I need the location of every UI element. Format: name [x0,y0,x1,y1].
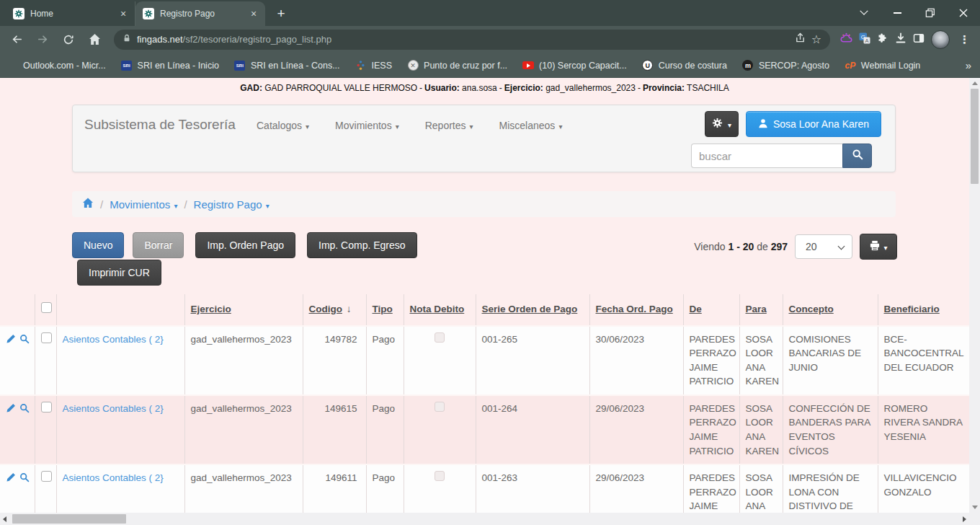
select-all-checkbox[interactable] [41,302,52,313]
edit-icon[interactable] [6,334,16,348]
vertical-scrollbar[interactable] [969,78,980,513]
profile-avatar[interactable] [931,30,950,49]
menu-reportes[interactable]: Reportes [425,120,473,131]
tab-close-icon[interactable]: × [117,8,129,19]
cell-de: PAREDES PERRAZO JAIME PATRICIO [683,395,739,464]
borrar-button[interactable]: Borrar [133,232,184,258]
edit-icon[interactable] [6,472,16,487]
cell-fecha: 29/06/2023 [589,395,683,464]
header-concepto[interactable]: Concepto [783,294,878,326]
row-checkbox[interactable] [41,471,52,482]
close-button[interactable] [947,0,980,26]
breadcrumb-registro-pago[interactable]: Registro Pago [194,198,270,211]
home-icon[interactable] [82,198,94,211]
chevron-down-icon [883,240,887,253]
horizontal-scrollbar[interactable] [0,513,969,525]
browser-menu-icon[interactable]: ⋮ [956,33,973,46]
asientos-contables-link[interactable]: Asientos Contables ( 2} [63,334,164,345]
restore-button[interactable] [914,0,947,26]
header-beneficiario[interactable]: Beneficiario [878,294,969,326]
menu-movimientos[interactable]: Movimientos [335,120,399,131]
cell-tipo: Pago [366,326,404,395]
header-nota-debito[interactable]: Nota Debito [404,294,476,326]
bookmark-outlook[interactable]: Outlook.com - Micr... [9,61,106,71]
forward-icon[interactable] [33,30,52,49]
bookmark-sercop-video[interactable]: (10) Sercop Capacit... [522,60,627,71]
new-tab-button[interactable]: + [272,6,290,22]
tab-title: Home [30,9,112,19]
page-size-select[interactable]: 20 [795,234,852,259]
scroll-down-icon[interactable] [972,506,978,509]
horizontal-scroll-thumb[interactable] [12,514,126,524]
translate-icon[interactable]: GA [859,32,870,47]
chevron-down-icon [174,198,177,211]
header-de[interactable]: De [683,294,739,326]
search-input[interactable] [691,144,842,168]
paging-summary: Viendo 1 - 20 de 297 [694,241,788,252]
bookmark-iess[interactable]: IESS [355,60,393,71]
bookmark-curso-costura[interactable]: UCurso de costura [642,60,727,71]
extension-cloud-icon[interactable] [840,32,852,46]
downloads-icon[interactable] [895,32,906,47]
edit-icon[interactable] [6,403,16,418]
bookmarks-overflow-icon[interactable]: » [966,59,971,71]
cell-para: SOSA LOOR ANA KAREN [739,326,783,395]
scroll-left-icon[interactable] [3,516,6,522]
tab-search-icon[interactable] [847,0,881,26]
imprimir-cur-button[interactable]: Imprimir CUR [77,260,161,286]
bookmark-webmail[interactable]: cPWebmail Login [845,60,920,71]
row-checkbox[interactable] [41,402,52,412]
share-icon[interactable] [795,32,806,46]
address-bar[interactable]: fingads.net/sf2/tesoreria/registro_pago_… [114,30,830,50]
view-icon[interactable] [19,472,30,487]
breadcrumb-movimientos[interactable]: Movimientos [110,198,177,211]
bookmark-sri-inicio[interactable]: SRISRI en Línea - Inicio [121,60,219,71]
nuevo-button[interactable]: Nuevo [72,232,124,258]
home-icon[interactable] [85,30,104,49]
header-para[interactable]: Para [739,294,783,326]
cell-fecha: 30/06/2023 [589,326,683,395]
minimize-button[interactable] [881,0,914,26]
header-serie-orden[interactable]: Serie Orden de Pago [476,294,589,326]
back-icon[interactable] [7,30,26,49]
scroll-right-icon[interactable] [963,516,966,522]
bookmark-punto-cruz[interactable]: ✕Punto de cruz por f... [407,60,507,71]
cell-de: PAREDES PERRAZO JAIME PATRICIO [683,326,739,395]
site-favicon [143,8,154,19]
search-button[interactable] [842,144,872,168]
tab-strip: Home × Registro Pago × + [0,1,290,26]
microsoft-icon [9,61,18,70]
view-icon[interactable] [19,403,30,418]
header-codigo[interactable]: Codigo ↓ [303,294,366,326]
imp-orden-pago-button[interactable]: Imp. Orden Pago [195,232,295,258]
print-dropdown-button[interactable] [860,234,897,260]
asientos-contables-link[interactable]: Asientos Contables ( 2} [63,403,164,414]
scrollbar-corner [969,513,980,525]
header-tipo[interactable]: Tipo [366,294,404,326]
bookmark-sercop-agosto[interactable]: mSERCOP: Agosto [742,60,829,71]
row-checkbox[interactable] [41,332,52,343]
asientos-contables-link[interactable]: Asientos Contables ( 2} [63,472,164,483]
scroll-up-icon[interactable] [972,81,978,85]
sri-icon: SRI [121,60,133,71]
header-fecha-ord[interactable]: Fecha Ord. Pago [589,294,683,326]
imp-comp-egreso-button[interactable]: Imp. Comp. Egreso [307,232,417,258]
user-menu-button[interactable]: Sosa Loor Ana Karen [746,111,881,137]
bookmark-sri-consultas[interactable]: SRISRI en Línea - Cons... [234,60,340,71]
menu-miscelaneos[interactable]: Miscelaneos [499,120,563,131]
paging-controls: Viendo 1 - 20 de 297 20 [694,234,897,260]
side-panel-icon[interactable] [913,32,925,47]
tab-home[interactable]: Home × [6,1,135,26]
tab-close-icon[interactable]: × [248,8,259,19]
vertical-scroll-thumb[interactable] [971,89,979,184]
header-ejercicio[interactable]: Ejercicio [184,294,303,326]
settings-dropdown-button[interactable] [705,111,739,137]
tab-registro-pago[interactable]: Registro Pago × [135,1,265,26]
app-navbar: Subsistema de Tesorería Catalogos Movimi… [72,105,896,172]
extensions-puzzle-icon[interactable] [877,32,888,47]
menu-catalogos[interactable]: Catalogos [257,120,309,131]
reload-icon[interactable] [59,30,78,49]
view-icon[interactable] [19,334,30,348]
udemy-icon: U [642,60,654,71]
bookmark-star-icon[interactable]: ☆ [811,34,821,45]
